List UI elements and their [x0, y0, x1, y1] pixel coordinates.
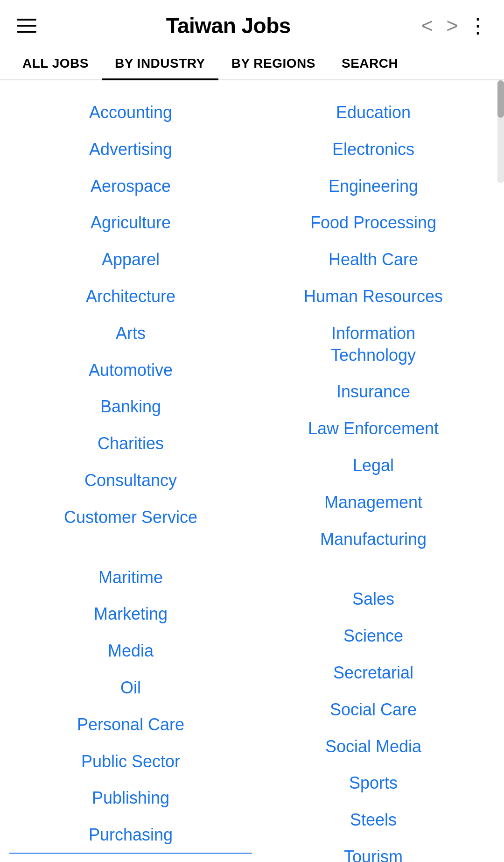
list-item[interactable]: Consultancy: [9, 462, 252, 499]
list-item[interactable]: Maritime: [9, 559, 252, 596]
scrollbar-track[interactable]: [497, 80, 504, 183]
list-item[interactable]: Science: [252, 618, 495, 655]
list-item[interactable]: Social Care: [252, 692, 495, 728]
list-item[interactable]: Social Media: [252, 728, 495, 765]
header-left: [17, 14, 39, 37]
header: Taiwan Jobs < > ⋮: [0, 0, 504, 48]
list-item[interactable]: Customer Service: [9, 499, 252, 536]
list-item[interactable]: Publishing: [9, 780, 252, 817]
list-item[interactable]: Marketing: [9, 596, 252, 633]
list-item[interactable]: Arts: [9, 315, 252, 352]
list-item-information-technology[interactable]: InformationTechnology: [252, 315, 495, 374]
list-item[interactable]: Education: [252, 94, 495, 131]
list-item[interactable]: Apparel: [9, 241, 252, 278]
list-item[interactable]: Human Resources: [252, 278, 495, 315]
list-item[interactable]: Insurance: [252, 374, 495, 410]
list-item[interactable]: Accounting: [9, 94, 252, 131]
list-item[interactable]: Electronics: [252, 131, 495, 168]
list-item[interactable]: Public Sector: [9, 743, 252, 780]
list-item[interactable]: Personal Care: [9, 707, 252, 743]
list-item[interactable]: Secretarial: [252, 655, 495, 692]
tab-by-regions[interactable]: BY REGIONS: [218, 48, 329, 79]
content-area: Accounting Advertising Aerospace Agricul…: [0, 80, 504, 862]
list-item[interactable]: Steels: [252, 802, 495, 839]
back-arrow-icon[interactable]: <: [418, 14, 437, 38]
forward-arrow-icon[interactable]: >: [442, 14, 462, 38]
tab-all-jobs[interactable]: ALL JOBS: [9, 48, 102, 79]
right-column: Education Electronics Engineering Food P…: [252, 94, 495, 862]
app-title: Taiwan Jobs: [166, 13, 291, 38]
list-item[interactable]: Architecture: [9, 278, 252, 315]
scrollbar-thumb[interactable]: [497, 80, 504, 118]
left-column: Accounting Advertising Aerospace Agricul…: [9, 94, 252, 862]
list-item[interactable]: Food Processing: [252, 205, 495, 241]
list-item[interactable]: Engineering: [252, 168, 495, 205]
list-item[interactable]: Purchasing: [9, 817, 252, 854]
list-item[interactable]: Banking: [9, 389, 252, 425]
list-item[interactable]: Management: [252, 484, 495, 521]
tab-by-industry[interactable]: BY INDUSTRY: [102, 48, 218, 79]
tab-search[interactable]: SEARCH: [329, 48, 411, 79]
list-item[interactable]: Legal: [252, 447, 495, 484]
list-item[interactable]: Charities: [9, 425, 252, 462]
industry-grid: Accounting Advertising Aerospace Agricul…: [0, 80, 504, 862]
hamburger-menu-icon[interactable]: [17, 14, 39, 37]
list-item[interactable]: Agriculture: [9, 205, 252, 241]
list-item[interactable]: Automotive: [9, 352, 252, 389]
list-item[interactable]: Manufacturing: [252, 521, 495, 558]
list-item[interactable]: Tourism: [252, 839, 495, 862]
header-right: < > ⋮: [418, 14, 487, 38]
list-item[interactable]: Aerospace: [9, 168, 252, 205]
list-item[interactable]: Oil: [9, 670, 252, 707]
list-item[interactable]: Law Enforcement: [252, 410, 495, 447]
list-item[interactable]: Media: [9, 633, 252, 670]
list-item[interactable]: Advertising: [9, 131, 252, 168]
list-item[interactable]: Health Care: [252, 241, 495, 278]
tab-bar: ALL JOBS BY INDUSTRY BY REGIONS SEARCH: [0, 48, 504, 80]
more-options-icon[interactable]: ⋮: [468, 15, 487, 36]
list-item[interactable]: Sports: [252, 765, 495, 802]
list-item[interactable]: Sales: [252, 581, 495, 618]
